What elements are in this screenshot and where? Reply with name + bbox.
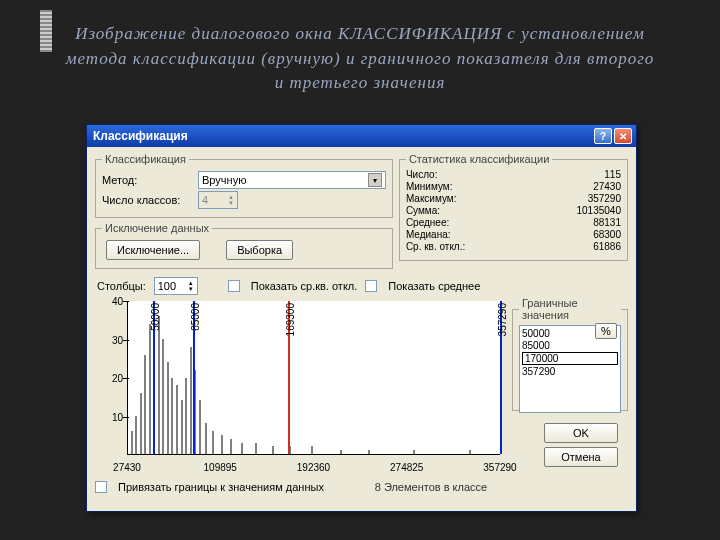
exclusion-button[interactable]: Исключение...: [106, 240, 200, 260]
stat-key: Число:: [406, 169, 465, 180]
histogram-bar: [149, 324, 151, 454]
stat-key: Медиана:: [406, 229, 465, 240]
histogram-bar: [340, 450, 342, 454]
help-button[interactable]: ?: [594, 128, 612, 144]
stat-value: 61886: [473, 241, 621, 252]
stat-value: 115: [473, 169, 621, 180]
y-tick-label: 20: [95, 373, 123, 384]
stat-key: Среднее:: [406, 217, 465, 228]
histogram-bar: [185, 378, 187, 455]
x-tick-label: 274825: [390, 462, 423, 473]
histogram-bar: [469, 450, 471, 454]
stat-value: 357290: [473, 193, 621, 204]
chevron-down-icon: ▾: [368, 173, 382, 187]
stat-key: Максимум:: [406, 193, 465, 204]
columns-label: Столбцы:: [97, 280, 146, 292]
exclusion-legend: Исключение данных: [102, 222, 212, 234]
boundary-values-group: Граничные значения % 5000085000170000357…: [512, 297, 628, 411]
method-label: Метод:: [102, 174, 198, 186]
classes-value: 4: [202, 194, 208, 206]
stat-value: 88131: [473, 217, 621, 228]
ok-button[interactable]: OK: [544, 423, 618, 443]
stat-value: 68300: [473, 229, 621, 240]
classes-label: Число классов:: [102, 194, 198, 206]
method-combo[interactable]: Вручную ▾: [198, 171, 386, 189]
columns-stepper[interactable]: 100 ▲▼: [154, 277, 198, 295]
break-line-label: 50000: [150, 303, 161, 331]
x-tick-label: 27430: [113, 462, 141, 473]
elements-in-class: 8 Элементов в классе: [332, 481, 530, 493]
histogram-bar: [199, 400, 201, 454]
method-value: Вручную: [202, 174, 246, 186]
histogram-bar: [205, 423, 207, 454]
dialog-title: Классификация: [93, 129, 188, 143]
histogram-bar: [255, 443, 257, 454]
y-tick-label: 10: [95, 411, 123, 422]
histogram-bar: [167, 362, 169, 454]
histogram-bar: [212, 431, 214, 454]
histogram-bar: [272, 446, 274, 454]
y-tick-label: 40: [95, 296, 123, 307]
columns-value: 100: [158, 280, 176, 292]
histogram-bar: [221, 435, 223, 454]
histogram-bar: [162, 339, 164, 454]
histogram-bar: [181, 400, 183, 454]
break-line-label: 169300: [285, 303, 296, 336]
histogram-bar: [158, 316, 160, 454]
y-tick-label: 30: [95, 334, 123, 345]
sample-button[interactable]: Выборка: [226, 240, 293, 260]
boundary-value-item[interactable]: 357290: [522, 366, 618, 377]
titlebar[interactable]: Классификация ? ✕: [87, 125, 636, 147]
x-tick-label: 109895: [204, 462, 237, 473]
histogram-bar: [171, 378, 173, 455]
show-mean-label: Показать среднее: [388, 280, 480, 292]
stats-grid: Число:115Минимум:27430Максимум:357290Сум…: [406, 169, 621, 252]
stats-group: Статистика классификации Число:115Миниму…: [399, 153, 628, 261]
classification-legend: Классификация: [102, 153, 189, 165]
boundary-legend: Граничные значения: [519, 297, 621, 321]
histogram-chart[interactable]: 5000085000169300357290 10203040274301098…: [95, 297, 506, 475]
stat-key: Ср. кв. откл.:: [406, 241, 465, 252]
histogram-bar: [131, 431, 133, 454]
histogram-bar: [241, 443, 243, 454]
slide-caption: Изображение диалогового окна КЛАССИФИКАЦ…: [0, 0, 720, 96]
classification-dialog: Классификация ? ✕ Классификация Метод: В…: [86, 124, 637, 512]
break-line-label: 357290: [497, 303, 508, 336]
x-tick-label: 192360: [297, 462, 330, 473]
snap-checkbox[interactable]: [95, 481, 107, 493]
columns-bar: Столбцы: 100 ▲▼ Показать ср.кв. откл. По…: [97, 277, 628, 295]
classification-group: Классификация Метод: Вручную ▾ Число кла…: [95, 153, 393, 218]
histogram-bar: [140, 393, 142, 454]
cancel-button[interactable]: Отмена: [544, 447, 618, 467]
histogram-bar: [311, 446, 313, 454]
boundary-value-item[interactable]: 85000: [522, 340, 618, 351]
close-button[interactable]: ✕: [614, 128, 632, 144]
stat-value: 10135040: [473, 205, 621, 216]
stat-key: Сумма:: [406, 205, 465, 216]
stats-legend: Статистика классификации: [406, 153, 552, 165]
show-std-checkbox[interactable]: [228, 280, 240, 292]
histogram-bar: [368, 450, 370, 454]
show-mean-checkbox[interactable]: [365, 280, 377, 292]
histogram-bar: [230, 439, 232, 454]
boundary-value-item[interactable]: 170000: [522, 352, 618, 365]
classes-stepper: 4 ▲▼: [198, 191, 238, 209]
percent-button[interactable]: %: [595, 323, 617, 339]
break-line-label: 85000: [190, 303, 201, 331]
histogram-bar: [135, 416, 137, 454]
histogram-bar: [190, 347, 192, 454]
show-std-label: Показать ср.кв. откл.: [251, 280, 358, 292]
stat-value: 27430: [473, 181, 621, 192]
histogram-bar: [144, 355, 146, 454]
stat-key: Минимум:: [406, 181, 465, 192]
histogram-bar: [413, 450, 415, 454]
decorative-stripe: [40, 10, 52, 52]
exclusion-group: Исключение данных Исключение... Выборка: [95, 222, 393, 269]
histogram-bar: [176, 385, 178, 454]
snap-label: Привязать границы к значениям данных: [118, 481, 324, 493]
